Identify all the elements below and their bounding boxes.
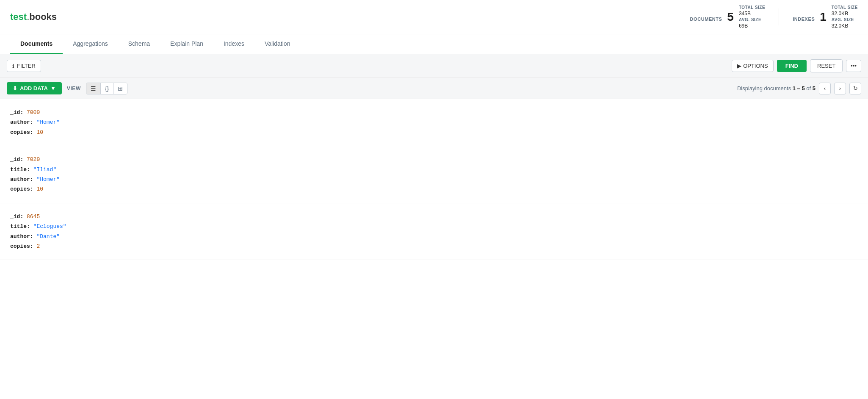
tab-documents[interactable]: Documents [10, 34, 63, 54]
tab-bar: Documents Aggregations Schema Explain Pl… [0, 34, 868, 54]
find-button[interactable]: FIND [777, 60, 807, 72]
field-key: copies: [10, 129, 36, 136]
field-key: author: [10, 119, 36, 125]
indexes-stat-group: INDEXES 1 TOTAL SIZE 32.0KB AVG. SIZE 32… [793, 5, 858, 29]
options-chevron-icon: ▶ [737, 63, 741, 69]
options-button[interactable]: ▶ OPTIONS [732, 60, 774, 72]
filter-icon: ℹ [12, 63, 14, 69]
filter-input[interactable] [44, 63, 728, 69]
filter-button[interactable]: ℹ FILTER [7, 60, 41, 72]
doc-field: title: "Eclogues" [10, 222, 858, 231]
documents-area: _id: 7000author: "Homer"copies: 10_id: 7… [0, 99, 868, 260]
field-value: 7020 [27, 156, 40, 163]
documents-size-stats: TOTAL SIZE 345B AVG. SIZE 69B [739, 5, 765, 29]
tab-validation[interactable]: Validation [254, 34, 300, 54]
filter-label: FILTER [17, 63, 36, 69]
doc-field: copies: 2 [10, 241, 858, 251]
toolbar: ⬇ ADD DATA ▼ VIEW ☰ {} ⊞ Displaying docu… [0, 78, 868, 99]
field-key: copies: [10, 186, 36, 192]
documents-stat-group: DOCUMENTS 5 TOTAL SIZE 345B AVG. SIZE 69… [690, 5, 766, 29]
view-list-button[interactable]: ☰ [86, 83, 101, 94]
display-info: Displaying documents 1 – 5 of 5 [737, 85, 815, 91]
indexes-stat-label: INDEXES 1 [793, 10, 827, 24]
doc-field: copies: 10 [10, 127, 858, 137]
field-value: "Homer" [36, 119, 60, 125]
logo-prefix: test [10, 11, 27, 22]
field-key: copies: [10, 243, 36, 249]
field-key: title: [10, 223, 33, 230]
field-value: 10 [36, 129, 43, 136]
add-data-icon: ⬇ [13, 85, 17, 91]
logo-suffix: books [29, 11, 57, 22]
prev-page-button[interactable]: ‹ [819, 83, 831, 94]
field-key: title: [10, 166, 33, 173]
view-table-button[interactable]: ⊞ [113, 83, 127, 94]
document-card: _id: 7020title: "Iliad"author: "Homer"co… [0, 146, 868, 203]
doc-field: title: "Iliad" [10, 165, 858, 175]
doc-field: copies: 10 [10, 184, 858, 194]
options-label: OPTIONS [743, 63, 768, 69]
more-options-button[interactable]: ••• [846, 60, 861, 72]
toolbar-right: Displaying documents 1 – 5 of 5 ‹ › ↻ [737, 83, 861, 94]
doc-field: _id: 7020 [10, 155, 858, 164]
doc-field: author: "Dante" [10, 232, 858, 241]
next-page-button[interactable]: › [834, 83, 846, 94]
add-data-button[interactable]: ⬇ ADD DATA ▼ [7, 82, 62, 94]
add-data-chevron-icon: ▼ [50, 85, 56, 91]
field-key: _id: [10, 156, 27, 163]
tab-aggregations[interactable]: Aggregations [63, 34, 118, 54]
field-key: author: [10, 176, 36, 183]
field-value: "Eclogues" [33, 223, 66, 230]
field-value: 2 [36, 243, 40, 249]
header: test.books DOCUMENTS 5 TOTAL SIZE 345B A… [0, 0, 868, 34]
indexes-size-stats: TOTAL SIZE 32.0KB AVG. SIZE 32.0KB [832, 5, 858, 29]
field-value: "Dante" [36, 233, 60, 240]
field-value: 8645 [27, 213, 40, 220]
tab-indexes[interactable]: Indexes [213, 34, 254, 54]
filter-bar: ℹ FILTER ▶ OPTIONS FIND RESET ••• [0, 54, 868, 78]
add-data-label: ADD DATA [20, 85, 48, 91]
documents-stat-label: DOCUMENTS 5 [690, 10, 734, 24]
field-value: "Homer" [36, 176, 60, 183]
stat-divider [779, 8, 779, 25]
field-key: _id: [10, 213, 27, 220]
view-json-button[interactable]: {} [101, 83, 113, 94]
document-card: _id: 8645title: "Eclogues"author: "Dante… [0, 203, 868, 260]
document-card: _id: 7000author: "Homer"copies: 10 [0, 99, 868, 146]
field-value: "Iliad" [33, 166, 57, 173]
toolbar-left: ⬇ ADD DATA ▼ VIEW ☰ {} ⊞ [7, 82, 127, 94]
field-key: author: [10, 233, 36, 240]
header-stats: DOCUMENTS 5 TOTAL SIZE 345B AVG. SIZE 69… [690, 5, 858, 29]
reset-button[interactable]: RESET [810, 59, 843, 72]
doc-field: _id: 7000 [10, 108, 858, 117]
doc-field: author: "Homer" [10, 117, 858, 127]
field-key: _id: [10, 109, 27, 116]
app-title: test.books [10, 11, 57, 22]
tab-explain-plan[interactable]: Explain Plan [160, 34, 213, 54]
view-toggle: ☰ {} ⊞ [86, 83, 127, 94]
refresh-button[interactable]: ↻ [849, 83, 861, 94]
field-value: 10 [36, 186, 43, 192]
doc-field: _id: 8645 [10, 212, 858, 222]
view-label: VIEW [67, 86, 81, 91]
field-value: 7000 [27, 109, 40, 116]
tab-schema[interactable]: Schema [118, 34, 160, 54]
doc-field: author: "Homer" [10, 175, 858, 184]
